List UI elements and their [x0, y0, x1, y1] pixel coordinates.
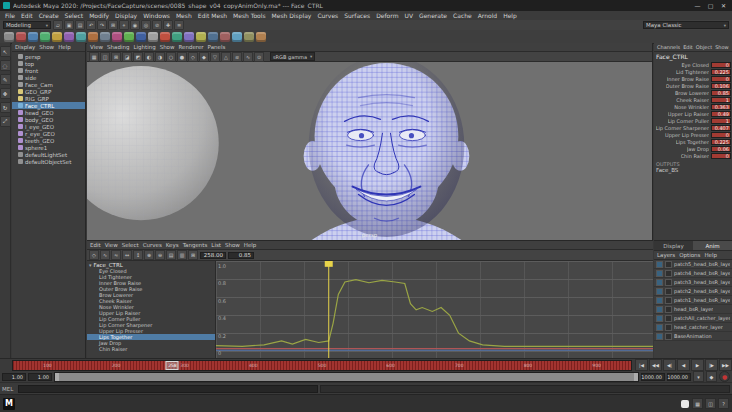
channel-value-field[interactable]: 0.85 [711, 90, 731, 96]
graph-channel-item[interactable]: Chin Raiser [87, 346, 215, 352]
auto-keyframe-toggle[interactable]: ● [719, 371, 730, 382]
channel-value-field[interactable]: 0.106 [711, 83, 731, 89]
shelf-bridge[interactable] [184, 32, 194, 42]
outliner-item[interactable]: r_eye_GEO [12, 130, 85, 137]
command-language-label[interactable]: MEL [2, 386, 16, 392]
animation-start-field[interactable]: 1.00 [2, 373, 26, 381]
outliner-menu-item[interactable]: Display [15, 44, 35, 50]
anti-alias-icon[interactable]: ⊙ [254, 52, 264, 62]
expand-arrow-icon[interactable]: ▾ [89, 262, 92, 268]
outliner-item[interactable]: l_eye_GEO [12, 123, 85, 130]
graph-editor-menu-item[interactable]: Select [122, 242, 139, 248]
patch4_head_bsR_layer[interactable]: patch4_head_bsR_layer [654, 269, 732, 278]
outliner-item[interactable]: Face_CTRL [12, 102, 85, 109]
viewport-menu-item[interactable]: Lighting [133, 44, 155, 50]
snap-to-point-icon[interactable]: ◉ [130, 20, 140, 30]
shelf-boolean[interactable] [124, 32, 134, 42]
outliner-menu-item[interactable]: Show [39, 44, 54, 50]
new-scene-icon[interactable]: ▱ [53, 20, 63, 30]
textured-icon[interactable]: ▽ [210, 52, 220, 62]
channel-box-menu-item[interactable]: Channels [657, 44, 680, 50]
lock-camera-icon[interactable]: ◫ [100, 52, 110, 62]
lasso-tool[interactable]: ◌ [0, 60, 11, 71]
shelf-text[interactable] [112, 32, 122, 42]
patch5_head_bsR_layer[interactable]: patch5_head_bsR_layer [654, 260, 732, 269]
outliner-item[interactable]: side [12, 74, 85, 81]
outliner-item[interactable]: defaultLightSet [12, 151, 85, 158]
move-tool[interactable]: ✥ [0, 88, 11, 99]
value-field[interactable]: 0.85 [228, 252, 254, 259]
lattice-deform-keys-icon[interactable]: ≈ [111, 250, 121, 260]
menu-item[interactable]: Create [39, 12, 59, 19]
layer-mute-toggle[interactable] [656, 261, 663, 268]
grid-icon[interactable]: ⊞ [111, 52, 121, 62]
outliner-item[interactable]: head_GEO [12, 109, 85, 116]
outliner-item[interactable]: persp [12, 53, 85, 60]
channel-value-field[interactable]: 0 [711, 153, 731, 159]
help-icon[interactable]: ? [718, 398, 729, 409]
range-bar[interactable] [59, 373, 634, 381]
outliner-item[interactable]: defaultObjectSet [12, 158, 85, 165]
channel-value-field[interactable]: 0.363 [711, 104, 731, 110]
shadows-icon[interactable]: ≋ [232, 52, 242, 62]
head_bsR_layer[interactable]: head_bsR_layer [654, 305, 732, 314]
layer-mute-toggle[interactable] [656, 333, 663, 340]
shaded-icon[interactable]: ◆ [199, 52, 209, 62]
shelf-extrude[interactable] [160, 32, 170, 42]
make-live-icon[interactable]: ⊘ [152, 20, 162, 30]
view-transform-selector[interactable]: sRGB gamma ▾ [270, 52, 315, 61]
shelf-target-weld[interactable] [208, 32, 218, 42]
single-pane-layout-icon[interactable]: ▦ [692, 398, 703, 409]
layer-mute-toggle[interactable] [656, 306, 663, 313]
gate-mask-icon[interactable]: ◐ [144, 52, 154, 62]
step-tangent-icon[interactable]: ▥ [177, 250, 187, 260]
layer-lock-toggle[interactable] [665, 288, 672, 295]
close-button[interactable]: ✕ [718, 1, 729, 10]
layer-mute-toggle[interactable] [656, 288, 663, 295]
graph-editor-menu-item[interactable]: Keys [166, 242, 179, 248]
shelf-poly-sphere[interactable] [4, 32, 14, 42]
insert-keys-icon[interactable]: ∿ [100, 250, 110, 260]
layer-mute-toggle[interactable] [656, 297, 663, 304]
layer-lock-toggle[interactable] [665, 297, 672, 304]
channel-value-field[interactable]: 0.225 [711, 139, 731, 145]
film-gate-icon[interactable]: ◪ [122, 52, 132, 62]
rotate-tool[interactable]: ↻ [0, 102, 11, 113]
channel-value-field[interactable]: 1 [711, 118, 731, 124]
outliner-menu-item[interactable]: Help [58, 44, 71, 50]
outliner-item[interactable]: Face_Cam [12, 81, 85, 88]
layer-editor-menu-item[interactable]: Options [679, 252, 700, 258]
wireframe-icon[interactable]: ◇ [188, 52, 198, 62]
menu-item[interactable]: Generate [419, 12, 447, 19]
shelf-pencil[interactable] [88, 32, 98, 42]
snap-to-plane-icon[interactable]: ◎ [141, 20, 151, 30]
save-scene-icon[interactable]: ▤ [75, 20, 85, 30]
shelf-curve-ep[interactable] [76, 32, 86, 42]
viewport-menu-item[interactable]: View [90, 44, 103, 50]
command-line-input[interactable] [18, 385, 318, 393]
ao-icon[interactable]: ∿ [243, 52, 253, 62]
resolution-gate-icon[interactable]: ◩ [133, 52, 143, 62]
playback-start-field[interactable]: 1.00 [28, 373, 52, 381]
workspace-selector[interactable]: Maya Classic ▾ [643, 21, 729, 29]
graph-editor-menu-item[interactable]: Show [225, 242, 240, 248]
graph-editor-menu-item[interactable]: Curves [143, 242, 162, 248]
step-forward-frame-button[interactable]: ▶▶ [719, 359, 732, 371]
menu-item[interactable]: Deform [376, 12, 398, 19]
channel-value-field[interactable]: 0.407 [711, 125, 731, 131]
playback-end-field[interactable]: 1000.00 [641, 373, 665, 381]
shelf-multi-cut[interactable] [196, 32, 206, 42]
shelf-bevel[interactable] [172, 32, 182, 42]
menu-item[interactable]: UV [405, 12, 414, 19]
lights-icon[interactable]: △ [221, 52, 231, 62]
outliner-item[interactable]: GEO_GRP [12, 88, 85, 95]
layer-lock-toggle[interactable] [665, 324, 672, 331]
viewport-menu-item[interactable]: Show [160, 44, 175, 50]
frame-playback-icon[interactable]: ↕ [133, 250, 143, 260]
patchAll_catcher_layer[interactable]: patchAll_catcher_layer [654, 314, 732, 323]
shelf-smooth[interactable] [244, 32, 254, 42]
graph-root-node[interactable]: ▾ Face_CTRL [87, 261, 215, 268]
render-settings-icon[interactable]: ≡ [174, 20, 184, 30]
shelf-mirror[interactable] [232, 32, 242, 42]
paint-select-tool[interactable]: ✎ [0, 74, 11, 85]
